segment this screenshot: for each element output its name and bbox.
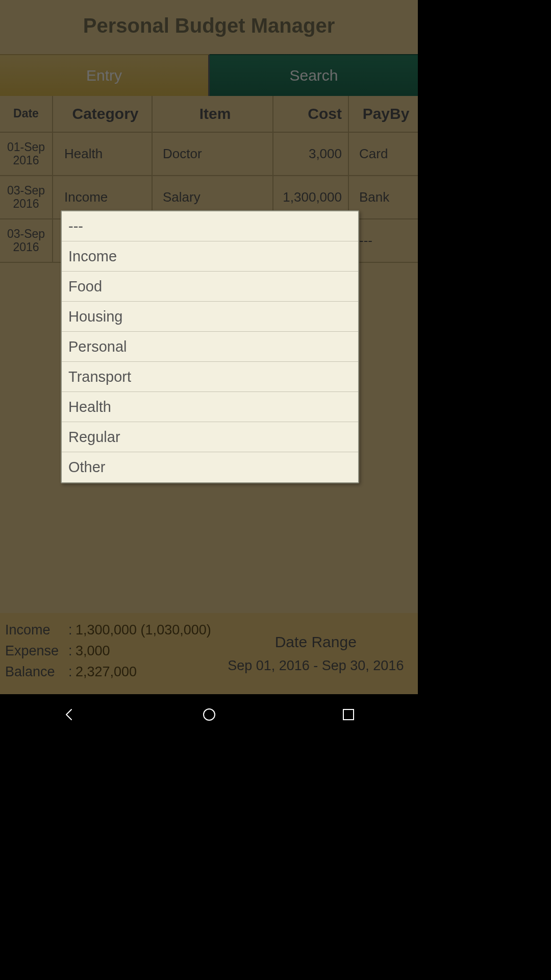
recent-button[interactable] — [338, 704, 359, 725]
dropdown-item-regular[interactable]: Regular — [62, 422, 358, 452]
dropdown-item-health[interactable]: Health — [62, 392, 358, 422]
back-icon — [62, 707, 78, 722]
dropdown-item-housing[interactable]: Housing — [62, 302, 358, 332]
dropdown-item-transport[interactable]: Transport — [62, 362, 358, 392]
home-icon — [203, 708, 216, 721]
dropdown-item-other[interactable]: Other — [62, 452, 358, 482]
modal-overlay[interactable]: --- Income Food Housing Personal Transpo… — [0, 0, 418, 694]
category-dropdown: --- Income Food Housing Personal Transpo… — [61, 210, 359, 483]
home-button[interactable] — [199, 704, 219, 725]
svg-point-0 — [204, 709, 215, 720]
back-button[interactable] — [60, 704, 80, 725]
dropdown-item-personal[interactable]: Personal — [62, 332, 358, 362]
app-screen: Personal Budget Manager Entry Search Dat… — [0, 0, 418, 694]
dropdown-item-none[interactable]: --- — [62, 211, 358, 241]
dropdown-item-food[interactable]: Food — [62, 272, 358, 302]
android-navbar — [0, 694, 418, 735]
svg-rect-1 — [343, 709, 354, 720]
dropdown-item-income[interactable]: Income — [62, 241, 358, 272]
recent-icon — [342, 708, 355, 721]
